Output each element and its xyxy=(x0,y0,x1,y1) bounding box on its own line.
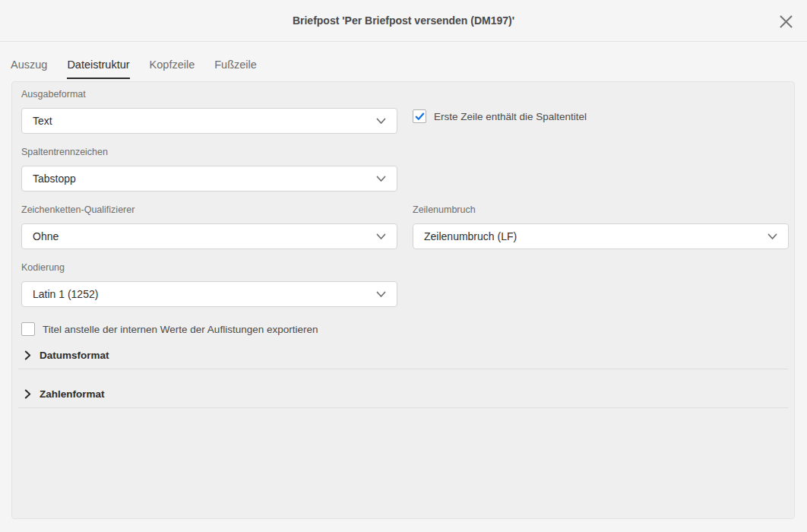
export-titles-checkbox[interactable]: Titel anstelle der internen Werte der Au… xyxy=(21,322,318,336)
export-dialog: { "dialog": { "title": "Briefpost 'Per B… xyxy=(0,0,807,532)
output-format-value: Text xyxy=(33,115,52,127)
encoding-select[interactable]: Latin 1 (1252) xyxy=(21,281,397,307)
close-icon xyxy=(779,14,793,29)
checkbox-unchecked-icon xyxy=(21,322,35,336)
output-format-label: Ausgabeformat xyxy=(21,89,86,100)
chevron-right-icon xyxy=(24,350,31,360)
tab-auszug[interactable]: Auszug xyxy=(11,59,47,79)
chevron-down-icon xyxy=(376,291,386,298)
export-titles-label: Titel anstelle der internen Werte der Au… xyxy=(43,324,318,335)
section-number-format-label: Zahlenformat xyxy=(40,388,105,400)
output-format-select[interactable]: Text xyxy=(21,108,397,134)
close-button[interactable] xyxy=(777,12,795,30)
chevron-down-icon xyxy=(376,176,386,182)
tab-dateistruktur[interactable]: Dateistruktur xyxy=(67,59,129,79)
line-break-value: Zeilenumbruch (LF) xyxy=(424,230,517,242)
dialog-header: Briefpost 'Per Briefpost versenden (DM19… xyxy=(0,0,807,42)
chevron-down-icon xyxy=(376,233,386,240)
column-separator-label: Spaltentrennzeichen xyxy=(21,147,108,157)
section-date-format[interactable]: Datumsformat xyxy=(18,342,788,369)
tab-kopfzeile[interactable]: Kopfzeile xyxy=(150,59,195,79)
tab-bar: Auszug Dateistruktur Kopfzeile Fußzeile xyxy=(11,59,257,79)
column-separator-select[interactable]: Tabstopp xyxy=(21,166,397,192)
string-qualifier-select[interactable]: Ohne xyxy=(21,223,397,249)
chevron-down-icon xyxy=(376,118,386,125)
section-date-format-label: Datumsformat xyxy=(40,350,109,361)
encoding-value: Latin 1 (1252) xyxy=(33,288,98,300)
encoding-label: Kodierung xyxy=(21,262,65,273)
line-break-label: Zeilenumbruch xyxy=(413,204,476,215)
tab-fusszeile[interactable]: Fußzeile xyxy=(214,59,257,79)
dialog-title: Briefpost 'Per Briefpost versenden (DM19… xyxy=(0,0,807,42)
string-qualifier-value: Ohne xyxy=(33,230,59,242)
first-line-titles-checkbox[interactable]: Erste Zeile enthält die Spaltentitel xyxy=(413,109,587,123)
column-separator-value: Tabstopp xyxy=(33,173,76,185)
checkbox-checked-icon xyxy=(413,109,426,123)
section-number-format[interactable]: Zahlenformat xyxy=(18,381,788,408)
chevron-down-icon xyxy=(767,233,777,240)
file-structure-panel: Ausgabeformat Text Erste Zeile enthält d… xyxy=(11,81,795,519)
string-qualifier-label: Zeichenketten-Qualifizierer xyxy=(21,204,134,215)
first-line-titles-label: Erste Zeile enthält die Spaltentitel xyxy=(434,111,587,122)
chevron-right-icon xyxy=(24,389,31,399)
line-break-select[interactable]: Zeilenumbruch (LF) xyxy=(413,223,789,249)
